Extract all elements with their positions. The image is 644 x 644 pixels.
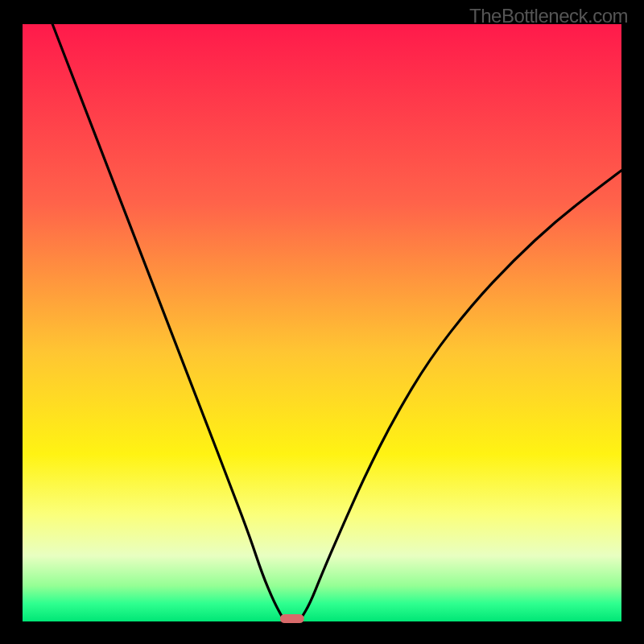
minimum-marker (280, 614, 304, 623)
plot-frame: TheBottleneck.com (0, 0, 644, 644)
watermark-text: TheBottleneck.com (469, 5, 628, 27)
bottleneck-plot-svg (0, 0, 644, 644)
plot-background (23, 24, 621, 621)
